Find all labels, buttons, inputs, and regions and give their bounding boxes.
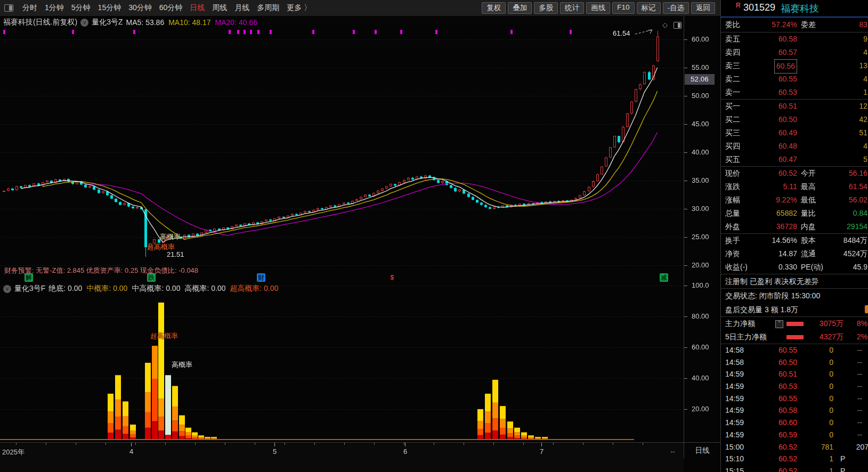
event-badge-跌[interactable]: 跌 bbox=[147, 273, 156, 282]
event-badge-$[interactable]: $ bbox=[388, 273, 396, 282]
bid-row[interactable]: 买三60.4951 bbox=[721, 126, 868, 140]
list-icon[interactable]: ≡ bbox=[775, 320, 783, 328]
minor-tick bbox=[165, 443, 166, 445]
ask-price[interactable]: 60.55 bbox=[778, 72, 797, 86]
bid-row[interactable]: 买四60.484 bbox=[721, 140, 868, 153]
main-chart-canvas[interactable] bbox=[0, 16, 684, 282]
period-tab-更多 〉[interactable]: 更多 〉 bbox=[283, 3, 315, 13]
bid-price[interactable]: 60.51 bbox=[778, 100, 797, 113]
bid-price[interactable]: 60.50 bbox=[778, 113, 797, 126]
tick-mark bbox=[684, 39, 687, 40]
bid-price[interactable]: 60.47 bbox=[778, 153, 797, 166]
period-tab-分时[interactable]: 分时 bbox=[19, 3, 41, 13]
chevron-down-icon[interactable]: ˅ bbox=[80, 19, 88, 27]
price-tick: 25.00 bbox=[692, 233, 709, 241]
stat-value: 36728 bbox=[776, 220, 797, 233]
sub-field: 高概率: 0.00 bbox=[184, 284, 225, 292]
period-tab-日线[interactable]: 日线 bbox=[186, 3, 208, 13]
tick-row: 14:5960.510-- bbox=[721, 368, 868, 380]
time-sales-list[interactable]: 14:5860.550--14:5860.500--14:5960.510--1… bbox=[721, 344, 868, 472]
bid-volume: 4 bbox=[863, 140, 867, 153]
diamond-mark-icon[interactable]: ◇ bbox=[662, 21, 668, 29]
bid-label: 买四 bbox=[725, 140, 740, 153]
toolbtn-返回[interactable]: 返回 bbox=[691, 2, 715, 14]
stock-name[interactable]: 福赛科技 bbox=[781, 2, 819, 15]
major-tick bbox=[131, 443, 132, 446]
toolbtn-多股[interactable]: 多股 bbox=[534, 2, 558, 14]
period-tab-5分钟[interactable]: 5分钟 bbox=[68, 3, 94, 13]
toolbtn-叠加[interactable]: 叠加 bbox=[508, 2, 532, 14]
layout-toggle-icon[interactable] bbox=[4, 4, 13, 12]
flow-value: 4327万 bbox=[820, 330, 843, 344]
bid-row[interactable]: 买五60.475 bbox=[721, 153, 868, 166]
event-badge-减[interactable]: 减 bbox=[660, 273, 668, 282]
tick-price: 60.58 bbox=[778, 404, 797, 417]
ask-price[interactable]: 60.57 bbox=[778, 46, 797, 59]
tick-extra: -- bbox=[857, 356, 862, 369]
tick-extra: -- bbox=[857, 380, 862, 393]
toolbtn-画线[interactable]: 画线 bbox=[586, 2, 610, 14]
period-tab-15分钟[interactable]: 15分钟 bbox=[94, 3, 125, 13]
ask-row[interactable]: 卖五60.589 bbox=[721, 32, 868, 46]
bid-price[interactable]: 60.48 bbox=[778, 140, 797, 153]
minor-tick bbox=[195, 443, 196, 445]
ask-row[interactable]: 卖四60.574 bbox=[721, 46, 868, 59]
period-tab-月线[interactable]: 月线 bbox=[231, 3, 253, 13]
bid-volume: 5 bbox=[863, 153, 867, 166]
ask-row[interactable]: 卖三60.5613 bbox=[721, 59, 868, 72]
bid-label: 买一 bbox=[725, 100, 740, 113]
event-badge-解[interactable]: 解 bbox=[25, 273, 33, 282]
stat-label: 收益(-) bbox=[725, 261, 748, 274]
stat-label: 内盘 bbox=[801, 220, 816, 233]
price-tick: 50.00 bbox=[692, 92, 709, 100]
ask-price[interactable]: 60.53 bbox=[778, 86, 797, 99]
event-badge-财[interactable]: 财 bbox=[257, 273, 265, 282]
ask-volume: 9 bbox=[863, 32, 867, 46]
split-window-icon[interactable] bbox=[674, 22, 682, 29]
period-indicator[interactable]: 日线 bbox=[684, 442, 720, 459]
trade-status: 交易状态: 闭市阶段 15:30:00 bbox=[721, 289, 868, 303]
price-tick: 60.00 bbox=[692, 35, 709, 43]
ask-price[interactable]: 60.58 bbox=[778, 32, 797, 46]
period-tab-周线[interactable]: 周线 bbox=[208, 3, 231, 13]
toolbtn-F10[interactable]: F10 bbox=[612, 2, 634, 14]
more-indicator: -- bbox=[670, 447, 675, 455]
tick-row: 15:1060.521P1 bbox=[721, 453, 868, 465]
tick-price: 60.51 bbox=[778, 368, 797, 380]
chevron-down-icon[interactable]: ˅ bbox=[3, 285, 11, 293]
bid-row[interactable]: 买二60.5042 bbox=[721, 113, 868, 126]
tick-price: 60.52 bbox=[778, 441, 797, 453]
ask-row[interactable]: 卖一60.531 bbox=[721, 86, 868, 99]
stat-value: 65882 bbox=[776, 207, 797, 220]
stat-value: 56.16 bbox=[849, 167, 867, 180]
period-tab-60分钟[interactable]: 60分钟 bbox=[156, 3, 186, 13]
toolbtn-统计[interactable]: 统计 bbox=[560, 2, 584, 14]
main-chart-header: 福赛科技(日线.前复权) ˅ 量化3号Z MA5: 53.86MA10: 48.… bbox=[3, 18, 262, 27]
tick-mark bbox=[684, 265, 687, 266]
sub-chart-canvas[interactable] bbox=[0, 282, 684, 442]
ask-row[interactable]: 卖二60.554 bbox=[721, 72, 868, 86]
period-tab-1分钟[interactable]: 1分钟 bbox=[41, 3, 68, 13]
ma-value: MA20: 40.66 bbox=[215, 18, 257, 27]
month-label-4: 4 bbox=[129, 447, 133, 455]
ask-price[interactable]: 60.56 bbox=[774, 59, 797, 74]
stat-row: 外盘36728内盘29154 bbox=[721, 220, 868, 233]
minor-tick bbox=[553, 443, 554, 445]
toolbtn-标记[interactable]: 标记 bbox=[637, 2, 661, 14]
price-tick: 20.00 bbox=[692, 261, 709, 269]
period-tab-30分钟[interactable]: 30分钟 bbox=[125, 3, 156, 13]
tick-time: 14:58 bbox=[725, 344, 744, 356]
app-window: 分时1分钟5分钟15分钟30分钟60分钟日线周线月线多周期更多 〉 复权叠加多股… bbox=[0, 0, 868, 472]
weicha-label: 委差 bbox=[801, 18, 816, 32]
tick-mark bbox=[684, 96, 687, 96]
period-tab-多周期[interactable]: 多周期 bbox=[253, 3, 283, 13]
flow-bar bbox=[786, 322, 804, 326]
toolbtn--自选[interactable]: -自选 bbox=[663, 2, 689, 14]
bid-row[interactable]: 买一60.5112 bbox=[721, 100, 868, 113]
stat-value: 4524万 bbox=[843, 247, 867, 261]
stock-code[interactable]: 301529 bbox=[743, 2, 775, 13]
bid-price[interactable]: 60.49 bbox=[778, 126, 797, 140]
minor-tick bbox=[344, 443, 345, 445]
last-close-axis-badge: 52.06 bbox=[685, 74, 715, 85]
toolbtn-复权[interactable]: 复权 bbox=[482, 2, 506, 14]
